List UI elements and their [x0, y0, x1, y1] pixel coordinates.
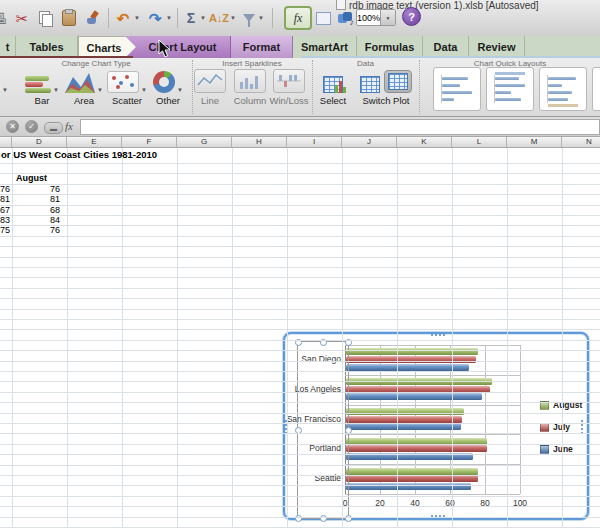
tab-smartart[interactable]: SmartArt	[293, 36, 357, 58]
tab-charts[interactable]: Charts	[78, 36, 136, 58]
column-header-H[interactable]: H	[232, 137, 287, 147]
zoom-dropdown-icon[interactable]: ▼	[380, 10, 395, 25]
bar-chart-type-button[interactable]: ▼ Bar	[22, 67, 62, 106]
switch-plot-rows-icon	[360, 76, 380, 93]
sparkline-winloss-button[interactable]: Win/Loss	[267, 67, 311, 106]
cell-col-c-value: 81	[0, 194, 10, 204]
ribbon: Change Chart Type ▼ ▼ Bar ▼ Area	[0, 58, 600, 117]
sort-icon[interactable]: A↓Z	[211, 8, 227, 28]
formula-input[interactable]	[80, 119, 600, 135]
column-header-L[interactable]: L	[452, 137, 507, 147]
chart-quick-layout-2[interactable]	[486, 67, 534, 111]
cut-icon[interactable]: ✂	[12, 8, 32, 28]
redo-icon[interactable]: ↷	[145, 8, 165, 28]
gridline-h	[0, 309, 600, 310]
filter-dropdown-icon[interactable]: ▼	[257, 8, 265, 28]
function-pill-icon[interactable]: ▬	[44, 122, 63, 134]
tab-review[interactable]: Review	[469, 36, 525, 58]
chart-gridline-h	[345, 405, 520, 406]
tab-tables[interactable]: Tables	[16, 36, 78, 58]
column-header-I[interactable]: I	[287, 137, 342, 147]
chart-quick-layout-1[interactable]	[433, 67, 481, 111]
gridline-h	[0, 361, 600, 362]
chart-bar-july	[346, 416, 462, 423]
column-header-N[interactable]: N	[562, 137, 600, 147]
format-painter-icon[interactable]	[84, 8, 102, 28]
autosum-dropdown-icon[interactable]: ▼	[199, 8, 207, 28]
cell-sheet-title: or US West Coast Cities 1981-2010	[1, 150, 157, 160]
cell-col-d-value: 68	[15, 205, 60, 215]
gridline-h	[0, 402, 600, 403]
column-header-K[interactable]: K	[397, 137, 452, 147]
print-icon[interactable]: 🖶	[0, 8, 6, 28]
bar-chart-icon	[25, 76, 51, 93]
sort-dropdown-icon[interactable]: ▼	[229, 8, 237, 28]
sparkline-line-button[interactable]: Line	[193, 67, 227, 106]
chart-gridline-h	[345, 494, 520, 495]
group-change-chart-type: Change Chart Type ▼ ▼ Bar ▼ Area	[0, 58, 192, 116]
gridline-h	[0, 215, 600, 216]
excel-window: rdb image text (version 1).xlsb [Autosav…	[0, 0, 600, 528]
gridline-h	[0, 392, 600, 393]
gridline-h	[0, 277, 600, 278]
sparkline-winloss-icon	[273, 69, 305, 93]
tab-chart-layout[interactable]: Chart Layout	[125, 36, 231, 58]
enter-icon[interactable]: ✓	[25, 120, 38, 133]
fx-label: fx	[65, 120, 73, 132]
sheet-grid[interactable]: San DiegoLos AngelesSan FranciscoPortlan…	[0, 148, 600, 528]
toolbar-separator	[108, 8, 109, 28]
gridline-h	[0, 184, 600, 185]
area-chart-type-button[interactable]: ▼ Area	[64, 67, 104, 106]
copy-icon[interactable]	[36, 8, 54, 28]
redo-dropdown-icon[interactable]: ▼	[165, 8, 173, 28]
ribbon-tabs: tTablesChartsChart LayoutFormatSmartArtF…	[0, 36, 600, 58]
toolbox-icon[interactable]	[314, 8, 332, 28]
chart-quick-layout-3[interactable]	[539, 67, 587, 111]
column-header-D[interactable]: D	[12, 137, 67, 147]
autosum-icon[interactable]: Σ	[183, 8, 199, 28]
formula-bar: ✕ ✓ ▬ fx	[0, 117, 600, 137]
chart-gridline-v	[520, 345, 521, 494]
gridline-h	[0, 163, 600, 164]
column-header-F[interactable]: F	[122, 137, 177, 147]
paste-icon[interactable]	[60, 8, 78, 28]
help-button[interactable]: ?	[402, 7, 421, 26]
tab-t[interactable]: t	[0, 36, 16, 58]
cancel-icon[interactable]: ✕	[6, 120, 19, 133]
column-header-M[interactable]: M	[507, 137, 562, 147]
column-header-E[interactable]: E	[67, 137, 122, 147]
scatter-chart-type-button[interactable]: ▼ Scatter	[105, 67, 149, 106]
tab-data[interactable]: Data	[423, 36, 469, 58]
column-header-edge[interactable]	[0, 137, 12, 147]
gridline-h	[0, 454, 600, 455]
zoom-control[interactable]: 100%▼	[356, 9, 396, 26]
tab-format[interactable]: Format	[231, 36, 293, 58]
formula-builder-button[interactable]: fx	[284, 6, 312, 30]
gridline-h	[0, 465, 600, 466]
mouse-cursor	[158, 39, 171, 62]
toolbar-separator	[177, 8, 178, 28]
gridline-h	[0, 496, 600, 497]
chart-quick-layout-4[interactable]	[592, 67, 600, 111]
area-chart-icon	[65, 71, 95, 93]
gridline-h	[0, 225, 600, 226]
undo-icon[interactable]: ↶	[113, 8, 133, 28]
column-header-J[interactable]: J	[342, 137, 397, 147]
filter-icon[interactable]	[241, 8, 257, 28]
media-browser-icon[interactable]: ♪	[336, 8, 356, 28]
gridline-h	[0, 194, 600, 195]
chart-drag-handle[interactable]	[431, 334, 445, 336]
other-chart-type-button[interactable]: ▼ Other	[148, 67, 188, 106]
chart-bar-june	[346, 364, 469, 371]
cell-col-d-value: 81	[15, 194, 60, 204]
sparkline-column-button[interactable]: Column	[231, 67, 269, 106]
chart-type-partial-button[interactable]: ▼	[0, 67, 8, 93]
switch-plot-button[interactable]: Switch Plot	[357, 67, 415, 106]
gridline-h	[0, 413, 600, 414]
column-header-G[interactable]: G	[177, 137, 232, 147]
select-data-button[interactable]: Select	[315, 67, 351, 106]
gridline-h	[0, 381, 600, 382]
undo-dropdown-icon[interactable]: ▼	[133, 8, 141, 28]
sparkline-column-icon	[234, 69, 266, 93]
tab-formulas[interactable]: Formulas	[357, 36, 423, 58]
